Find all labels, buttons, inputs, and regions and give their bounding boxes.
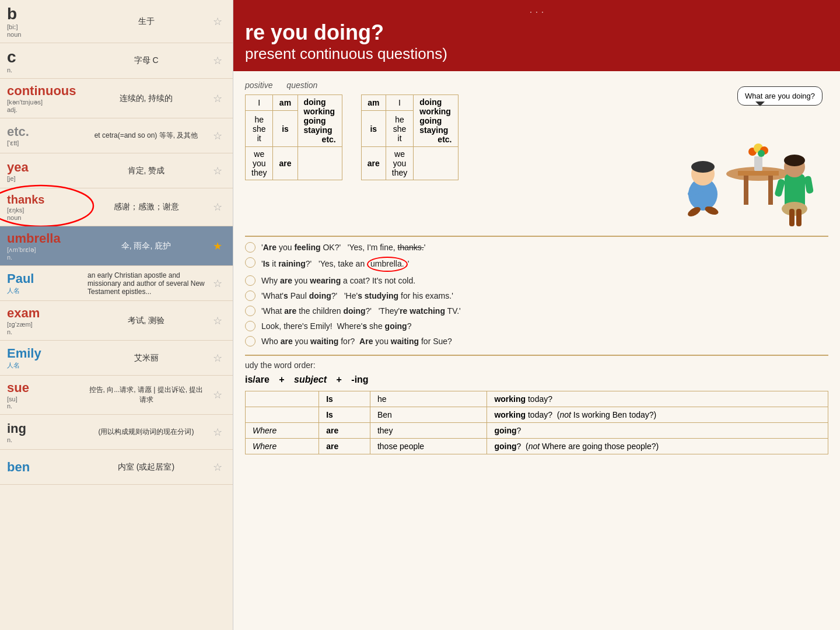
formula-plus-1: + xyxy=(276,374,287,385)
example-text-3: Why are you wearing a coat? It's not col… xyxy=(261,275,415,287)
cell-col2-3: are xyxy=(319,423,370,439)
illustration-svg xyxy=(671,98,822,226)
vocab-phonetic-umbrella: [ʌm'brɛlə] xyxy=(7,246,83,254)
vocab-star-c[interactable]: ☆ xyxy=(209,54,226,67)
example-item-7: Who are you waiting for? Are you waiting… xyxy=(245,335,828,348)
svg-rect-2 xyxy=(738,171,779,176)
vocab-translation-umbrella: 伞, 雨伞, 庇护 xyxy=(83,241,209,251)
table-row: Where are they going? xyxy=(246,423,828,439)
cell-col3-2: Ben xyxy=(370,407,487,423)
vocab-item-sue: sue [su] n. 控告, 向...请求, 请愿 | 提出诉讼, 提出请求 … xyxy=(0,376,233,415)
svg-rect-3 xyxy=(744,176,748,205)
svg-point-12 xyxy=(691,161,715,173)
vocab-star-ing[interactable]: ☆ xyxy=(209,426,226,439)
vocab-pos-c: n. xyxy=(7,66,83,74)
vocab-translation-thanks: 感谢；感激；谢意 xyxy=(83,202,209,212)
vocab-word-c: c xyxy=(7,48,16,66)
table-row: Is he working today? xyxy=(246,391,828,407)
vocab-translation-etc: et cetra(=and so on) 等等, 及其他 xyxy=(83,131,209,141)
speech-bubble: What are you doing? xyxy=(737,86,822,106)
pos-he-she-it: hesheit xyxy=(246,111,273,147)
example-bullet-4 xyxy=(245,290,256,301)
vocab-item-ben: ben 内室 (或起居室) ☆ xyxy=(0,450,233,485)
vocab-star-paul[interactable]: ☆ xyxy=(209,277,226,290)
vocab-word-ben: ben xyxy=(7,460,30,474)
vocab-star-yea[interactable]: ☆ xyxy=(209,164,226,177)
vocab-word-emily: Emily xyxy=(7,346,41,360)
label-positive: positive xyxy=(245,80,272,90)
vocab-word-thanks: thanks xyxy=(7,193,44,206)
vocab-star-emily[interactable]: ☆ xyxy=(209,352,226,365)
table-row: Is Ben working today? (not Is working Be… xyxy=(246,407,828,423)
question-table: am I doingworkinggoingstaying etc. is he… xyxy=(361,94,459,180)
vocab-pos-sue: n. xyxy=(7,402,83,410)
grammar-section: positive question I am doingworkinggoing… xyxy=(245,80,828,226)
example-item-6: Look, there's Emily! Where's she going? xyxy=(245,320,828,332)
example-text-2: 'Is it raining?' 'Yes, take an umbrella.… xyxy=(261,257,409,272)
vocab-item-paul: Paul 人名 an early Christian apostle and m… xyxy=(0,266,233,301)
vocab-star-exam[interactable]: ☆ xyxy=(209,314,226,327)
svg-rect-19 xyxy=(796,209,802,226)
example-bullet-7 xyxy=(245,336,256,346)
vocab-word-paul: Paul xyxy=(7,271,34,286)
vocab-item-umbrella[interactable]: umbrella [ʌm'brɛlə] n. 伞, 雨伞, 庇护 ★ xyxy=(0,226,233,266)
vocab-pos-thanks: noun xyxy=(7,214,83,221)
vocab-word-b: b xyxy=(7,5,17,23)
cell-col1-3: Where xyxy=(246,423,319,439)
example-text-7: Who are you waiting for? Are you waiting… xyxy=(261,335,452,348)
main-content: positive question I am doingworkinggoing… xyxy=(233,71,840,630)
vocab-star-sue[interactable]: ☆ xyxy=(209,388,226,401)
word-order-intro: udy the word order: xyxy=(245,360,828,370)
example-item-2: 'Is it raining?' 'Yes, take an umbrella.… xyxy=(245,257,828,272)
svg-rect-23 xyxy=(804,176,814,194)
table-row: Where are those people going? (not Where… xyxy=(246,439,828,454)
vocab-word-ing: ing xyxy=(7,421,26,436)
example-text-4: 'What's Paul doing?' 'He's studying for … xyxy=(261,290,453,302)
vocab-word-continuous: continuous xyxy=(7,83,76,98)
vocab-star-etc[interactable]: ☆ xyxy=(209,130,226,142)
vocab-item-exam: exam [ɪɡ'zæm] n. 考试, 测验 ☆ xyxy=(0,301,233,341)
svg-point-21 xyxy=(784,155,805,166)
example-item-3: Why are you wearing a coat? It's not col… xyxy=(245,275,828,287)
section-label: positive question xyxy=(245,80,653,90)
vocab-phonetic-etc: ['ɛtt] xyxy=(7,139,83,147)
vocabulary-panel: b [biː] noun 生于 ☆ c n. 字母 C ☆ continuous… xyxy=(0,0,233,630)
example-item-5: 'What are the children doing?' 'They're … xyxy=(245,305,828,317)
pos-i: I xyxy=(246,95,273,111)
example-text-6: Look, there's Emily! Where's she going? xyxy=(261,320,411,332)
vocab-translation-ing: (用以构成规则动词的现在分词) xyxy=(83,427,209,437)
vocab-pos-continuous: adj. xyxy=(7,106,83,113)
example-bullet-3 xyxy=(245,275,256,286)
cell-col2-2: Is xyxy=(319,407,370,423)
q-he-she-it: hesheit xyxy=(386,111,413,147)
vocab-star-umbrella[interactable]: ★ xyxy=(209,240,226,253)
cell-col1-1 xyxy=(246,391,319,407)
vocab-pos-umbrella: n. xyxy=(7,254,83,261)
header-dots: · · · xyxy=(245,6,828,18)
vocab-translation-exam: 考试, 测验 xyxy=(83,316,209,326)
vocab-translation-emily: 艾米丽 xyxy=(83,353,209,363)
header-title: re you doing? xyxy=(245,20,828,45)
svg-rect-18 xyxy=(789,209,794,226)
vocab-translation-paul: an early Christian apostle and missionar… xyxy=(83,271,209,296)
q-we-you-they: weyouthey xyxy=(386,147,413,180)
cell-col1-2 xyxy=(246,407,319,423)
examples-section: 'Are you feeling OK?' 'Yes, I'm fine, th… xyxy=(245,242,828,348)
vocab-phonetic-thanks: [ɛŋks] xyxy=(7,206,83,214)
vocab-star-b[interactable]: ☆ xyxy=(209,15,226,28)
vocab-translation-sue: 控告, 向...请求, 请愿 | 提出诉讼, 提出请求 xyxy=(83,385,209,405)
section-divider-2 xyxy=(245,355,828,356)
example-text-5: 'What are the children doing?' 'They're … xyxy=(261,305,461,317)
cell-col1-4: Where xyxy=(246,439,319,454)
vocab-star-ben[interactable]: ☆ xyxy=(209,461,226,474)
vocab-star-thanks[interactable]: ☆ xyxy=(209,201,226,214)
vocab-star-continuous[interactable]: ☆ xyxy=(209,92,226,105)
vocab-phonetic-yea: [je] xyxy=(7,175,83,182)
formula-ing: -ing xyxy=(351,374,368,385)
vocab-item-ing: ing n. (用以构成规则动词的现在分词) ☆ xyxy=(0,415,233,450)
vocab-phonetic-b: [biː] xyxy=(7,23,83,31)
formula-plus-2: + xyxy=(334,374,344,385)
vocab-pos-ing: n. xyxy=(7,436,83,443)
vocab-phonetic-sue: [su] xyxy=(7,396,83,402)
pos-is: is xyxy=(273,111,298,147)
